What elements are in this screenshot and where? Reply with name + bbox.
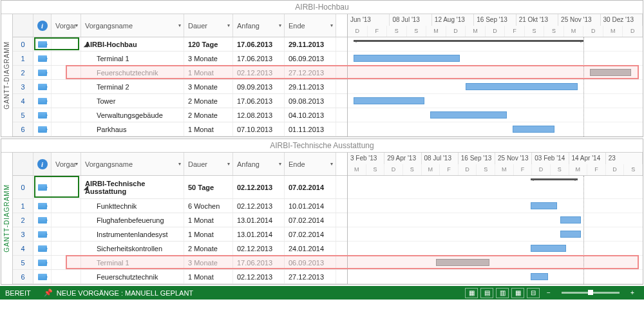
row-ende[interactable]: 09.08.2013: [285, 94, 336, 108]
table-row[interactable]: 2 Feuerschutztechnik 1 Monat 02.12.2013 …: [13, 66, 347, 80]
row-ende[interactable]: 27.12.2013: [285, 66, 336, 79]
gantt-bar[interactable]: [354, 55, 460, 62]
row-name[interactable]: Feuerschutztechnik: [81, 66, 184, 79]
gantt-row[interactable]: [348, 213, 643, 227]
row-anfang[interactable]: 13.01.2014: [233, 227, 285, 241]
gantt-bar[interactable]: [436, 259, 489, 266]
row-ende[interactable]: 10.01.2014: [285, 199, 336, 213]
row-dauer[interactable]: 2 Monate: [184, 108, 233, 122]
row-dauer[interactable]: 6 Wochen: [184, 199, 233, 213]
row-name[interactable]: Funkttechnik: [81, 199, 184, 213]
col-vorgang[interactable]: Vorgar▾: [52, 153, 81, 175]
row-dauer[interactable]: 120 Tage: [184, 37, 233, 51]
row-ende[interactable]: 06.09.2013: [285, 256, 336, 269]
row-name[interactable]: Terminal 2: [81, 80, 184, 93]
view-btn-1[interactable]: ▦: [465, 288, 478, 298]
table-row[interactable]: 0 ◢AIRBI-Technische Ausstattung 50 Tage …: [13, 176, 347, 199]
gantt-row[interactable]: [348, 108, 643, 122]
gantt-bar[interactable]: [513, 126, 554, 133]
row-ende[interactable]: 06.09.2013: [285, 52, 336, 65]
gantt-row[interactable]: [348, 227, 643, 242]
view-btn-5[interactable]: ⊟: [527, 288, 540, 298]
row-anfang[interactable]: 02.12.2013: [233, 66, 285, 79]
table-row[interactable]: 3 Instrumentenlandesyst 1 Monat 13.01.20…: [13, 227, 347, 242]
row-dauer[interactable]: 1 Monat: [184, 66, 233, 79]
row-ende[interactable]: 29.11.2013: [285, 80, 336, 93]
row-anfang[interactable]: 17.06.2013: [233, 94, 285, 108]
row-anfang[interactable]: 02.12.2013: [233, 176, 285, 198]
zoom-in[interactable]: +: [626, 288, 639, 298]
row-ende[interactable]: 27.12.2013: [285, 270, 336, 283]
row-name[interactable]: ◢AIRBI-Technische Ausstattung: [81, 176, 184, 198]
row-ende[interactable]: 07.02.2014: [285, 176, 336, 198]
table-row[interactable]: 5 Terminal 1 3 Monate 17.06.2013 06.09.2…: [13, 256, 347, 270]
table-row[interactable]: 1 Terminal 1 3 Monate 17.06.2013 06.09.2…: [13, 52, 347, 66]
table-row[interactable]: 4 Sicherheitskontrollen 2 Monate 02.12.2…: [13, 242, 347, 256]
zoom-slider[interactable]: [562, 292, 620, 294]
row-anfang[interactable]: 09.09.2013: [233, 80, 285, 93]
row-dauer[interactable]: 1 Monat: [184, 122, 233, 136]
table-row[interactable]: 6 Parkhaus 1 Monat 07.10.2013 01.11.2013: [13, 122, 347, 137]
col-anfang[interactable]: Anfang▾: [233, 14, 285, 37]
row-name[interactable]: Sicherheitskontrollen: [81, 242, 184, 255]
row-dauer[interactable]: 2 Monate: [184, 94, 233, 108]
row-anfang[interactable]: 07.10.2013: [233, 122, 285, 136]
col-name[interactable]: Vorgangsname▾: [81, 153, 184, 175]
row-ende[interactable]: 29.11.2013: [285, 37, 336, 51]
gantt-row[interactable]: [348, 94, 643, 108]
view-btn-3[interactable]: ▥: [496, 288, 509, 298]
row-name[interactable]: Tower: [81, 94, 184, 108]
gantt-row[interactable]: [348, 242, 643, 256]
row-name[interactable]: Feuerschutztechnik: [81, 270, 184, 283]
gantt-row[interactable]: [348, 52, 643, 66]
col-vorgang[interactable]: Vorgar▾: [52, 14, 81, 37]
view-btn-2[interactable]: ▤: [480, 288, 493, 298]
gantt-row[interactable]: [348, 176, 643, 199]
row-ende[interactable]: 07.02.2014: [285, 213, 336, 227]
row-name[interactable]: Terminal 1: [81, 256, 184, 269]
view-btn-4[interactable]: ▦: [511, 288, 524, 298]
row-ende[interactable]: 01.11.2013: [285, 122, 336, 136]
row-dauer[interactable]: 2 Monate: [184, 242, 233, 255]
row-dauer[interactable]: 1 Monat: [184, 213, 233, 227]
table-row[interactable]: 2 Flughafenbefeuerung 1 Monat 13.01.2014…: [13, 213, 347, 227]
gantt-bar[interactable]: [531, 273, 548, 280]
row-anfang[interactable]: 02.12.2013: [233, 242, 285, 255]
gantt-bar[interactable]: [430, 111, 507, 119]
row-ende[interactable]: 07.02.2014: [285, 227, 336, 241]
row-anfang[interactable]: 17.06.2013: [233, 37, 285, 51]
row-dauer[interactable]: 3 Monate: [184, 80, 233, 93]
gantt-row[interactable]: [348, 199, 643, 213]
summary-bar[interactable]: [531, 178, 578, 180]
gantt-row[interactable]: [348, 80, 643, 94]
row-anfang[interactable]: 12.08.2013: [233, 108, 285, 122]
zoom-out[interactable]: −: [542, 288, 555, 298]
summary-bar[interactable]: [354, 40, 583, 42]
row-name[interactable]: Parkhaus: [81, 122, 184, 136]
gantt-bar[interactable]: [560, 231, 581, 238]
gantt-bar[interactable]: [560, 216, 581, 224]
col-dauer[interactable]: Dauer▾: [184, 153, 233, 175]
row-name[interactable]: Terminal 1: [81, 52, 184, 65]
gantt-bar[interactable]: [354, 97, 424, 104]
table-row[interactable]: 1 Funkttechnik 6 Wochen 02.12.2013 10.01…: [13, 199, 347, 213]
col-name[interactable]: Vorgangsname▾: [81, 14, 184, 37]
gantt-bar[interactable]: [531, 202, 557, 209]
gantt-bar[interactable]: [531, 245, 566, 252]
row-anfang[interactable]: 02.12.2013: [233, 199, 285, 213]
row-anfang[interactable]: 13.01.2014: [233, 213, 285, 227]
table-row[interactable]: 0 ◢AIRBI-Hochbau 120 Tage 17.06.2013 29.…: [13, 37, 347, 52]
row-dauer[interactable]: 50 Tage: [184, 176, 233, 198]
table-row[interactable]: 3 Terminal 2 3 Monate 09.09.2013 29.11.2…: [13, 80, 347, 94]
row-ende[interactable]: 24.01.2014: [285, 242, 336, 255]
row-anfang[interactable]: 02.12.2013: [233, 270, 285, 283]
row-dauer[interactable]: 3 Monate: [184, 256, 233, 269]
row-dauer[interactable]: 1 Monat: [184, 270, 233, 283]
row-dauer[interactable]: 3 Monate: [184, 52, 233, 65]
col-ende[interactable]: Ende▾: [285, 153, 336, 175]
row-anfang[interactable]: 17.06.2013: [233, 52, 285, 65]
table-row[interactable]: 6 Feuerschutztechnik 1 Monat 02.12.2013 …: [13, 270, 347, 284]
row-name[interactable]: Flughafenbefeuerung: [81, 213, 184, 227]
row-ende[interactable]: 04.10.2013: [285, 108, 336, 122]
gantt-row[interactable]: [348, 122, 643, 137]
